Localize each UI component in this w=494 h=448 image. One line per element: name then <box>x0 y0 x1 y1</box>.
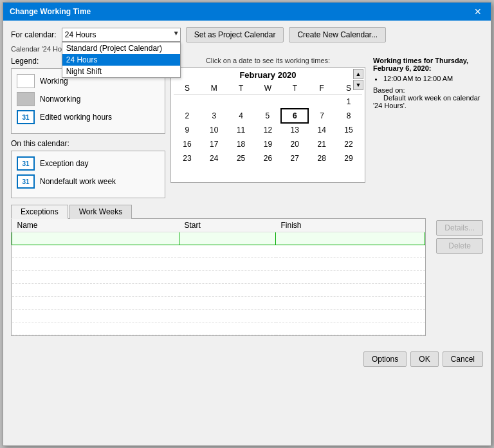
calendar-day[interactable]: 25 <box>228 151 255 165</box>
legend-item-edited: 31 Edited working hours <box>17 110 160 124</box>
edited-swatch: 31 <box>17 110 35 124</box>
exception-cell-name[interactable] <box>12 232 179 245</box>
day-header-w: W <box>255 82 282 95</box>
dropdown-item-standard[interactable]: Standard (Project Calendar) <box>62 42 180 54</box>
nonworking-label: Nonworking <box>40 95 80 104</box>
exception-cell-start[interactable] <box>179 232 276 245</box>
exception-cell-name <box>12 297 179 310</box>
calendar-day[interactable]: 7 <box>308 109 335 123</box>
dropdown-item-24hours[interactable]: 24 Hours <box>62 54 180 66</box>
title-bar: Change Working Time ✕ <box>3 3 491 21</box>
calendar-day[interactable]: 18 <box>228 137 255 151</box>
calendar-day <box>308 165 335 180</box>
cancel-button[interactable]: Cancel <box>443 351 483 367</box>
calendar-nav: February 2020 <box>174 70 362 80</box>
exception-row <box>12 271 425 284</box>
calendar-day[interactable]: 5 <box>255 109 282 123</box>
legend-item-exception: 31 Exception day <box>17 156 160 171</box>
calendar-day[interactable]: 6 <box>281 109 308 123</box>
calendar-scroll-up[interactable]: ▲ <box>353 69 363 79</box>
exceptions-table: Name Start Finish <box>12 219 425 335</box>
calendar-day[interactable]: 14 <box>308 123 335 137</box>
calendar-day[interactable]: 11 <box>228 123 255 137</box>
calendar-day[interactable]: 29 <box>335 151 362 165</box>
calendar-day[interactable]: 15 <box>335 123 362 137</box>
calendar-day[interactable]: 16 <box>174 137 201 151</box>
table-wrapper: Name Start Finish <box>12 219 425 335</box>
tab-exceptions[interactable]: Exceptions <box>11 205 68 219</box>
calendar-week-2: 9101112131415 <box>174 123 362 137</box>
calendar-select[interactable]: 24 Hours Standard (Project Calendar) Nig… <box>62 28 181 42</box>
based-on-label: Based on: <box>373 86 405 94</box>
set-as-project-btn[interactable]: Set as Project Calendar <box>186 27 284 42</box>
calendar-day[interactable]: 8 <box>335 109 362 123</box>
exception-cell-start <box>179 271 276 284</box>
exception-row <box>12 310 425 322</box>
calendar-day <box>308 95 335 109</box>
calendar-scroll: ▲ ▼ <box>353 69 363 90</box>
col-name-header: Name <box>12 219 179 232</box>
based-on-text: Default work week on calendar '24 Hours'… <box>373 94 480 109</box>
calendar-scroll-down[interactable]: ▼ <box>353 80 363 90</box>
calendar-day[interactable]: 17 <box>201 137 228 151</box>
exception-cell-finish <box>276 258 425 271</box>
nonworking-swatch <box>17 92 35 106</box>
close-button[interactable]: ✕ <box>471 6 484 17</box>
delete-button[interactable]: Delete <box>436 238 483 254</box>
calendar-day[interactable]: 3 <box>201 109 228 123</box>
calendar-day[interactable]: 12 <box>255 123 282 137</box>
options-button[interactable]: Options <box>363 351 407 367</box>
exception-cell-finish <box>276 271 425 284</box>
calendar-day[interactable]: 24 <box>201 151 228 165</box>
calendar-day[interactable]: 13 <box>281 123 308 137</box>
calendar-day[interactable]: 26 <box>255 151 282 165</box>
for-calendar-label: For calendar: <box>11 30 57 39</box>
day-header-t2: T <box>281 82 308 95</box>
exception-cell-finish <box>276 245 425 258</box>
tab-workweeks[interactable]: Work Weeks <box>69 205 133 219</box>
calendar-day[interactable]: 27 <box>281 151 308 165</box>
calendar-day[interactable]: 19 <box>255 137 282 151</box>
calendar-day <box>281 165 308 180</box>
details-button[interactable]: Details... <box>436 220 483 236</box>
dropdown-item-nightshift[interactable]: Night Shift <box>62 66 180 77</box>
legend-panel: Legend: Working Nonworking 31 Edited wor… <box>11 57 165 198</box>
exception-cell-name <box>12 284 179 297</box>
exception-cell-finish[interactable] <box>276 232 425 245</box>
exception-row <box>12 322 425 335</box>
calendar-hint: Click on a date to see its working times… <box>170 57 365 64</box>
legend-box: Working Nonworking 31 Edited working hou… <box>11 68 165 134</box>
calendar-select-wrapper: 24 Hours Standard (Project Calendar) Nig… <box>62 28 181 42</box>
calendar-day[interactable]: 4 <box>228 109 255 123</box>
create-new-btn[interactable]: Create New Calendar... <box>289 27 386 42</box>
working-label: Working <box>40 77 68 86</box>
calendar-day[interactable]: 1 <box>335 95 362 109</box>
calendar-day <box>255 95 282 109</box>
tab-area: Exceptions Work Weeks Name Start Finish <box>11 205 426 336</box>
calendar-panel: Click on a date to see its working times… <box>170 57 365 198</box>
calendar-week-0: 1 <box>174 95 362 109</box>
ok-button[interactable]: OK <box>410 351 438 367</box>
day-header-f: F <box>308 82 335 95</box>
exception-cell-start <box>179 245 276 258</box>
exceptions-header: Name Start Finish <box>12 219 425 232</box>
right-side-buttons: Details... Delete <box>436 205 483 254</box>
calendar-day[interactable]: 28 <box>308 151 335 165</box>
tabs-row: Exceptions Work Weeks <box>11 205 426 219</box>
calendar-day[interactable]: 21 <box>308 137 335 151</box>
calendar-day[interactable]: 23 <box>174 151 201 165</box>
main-area: Legend: Working Nonworking 31 Edited wor… <box>11 57 483 198</box>
exception-cell-finish <box>276 297 425 310</box>
on-calendar-box: 31 Exception day 31 Nondefault work week <box>11 151 165 198</box>
calendar-day[interactable]: 20 <box>281 137 308 151</box>
calendar-day[interactable]: 22 <box>335 137 362 151</box>
calendar-day[interactable]: 9 <box>174 123 201 137</box>
tab-content: Name Start Finish <box>11 218 426 336</box>
calendar-grid: S M T W T F S 12345678910111213141516171… <box>174 82 362 180</box>
calendar-day <box>228 165 255 180</box>
calendar-day[interactable]: 10 <box>201 123 228 137</box>
calendar-day <box>255 165 282 180</box>
exception-cell-start <box>179 258 276 271</box>
exception-swatch: 31 <box>17 156 35 171</box>
calendar-day[interactable]: 2 <box>174 109 201 123</box>
